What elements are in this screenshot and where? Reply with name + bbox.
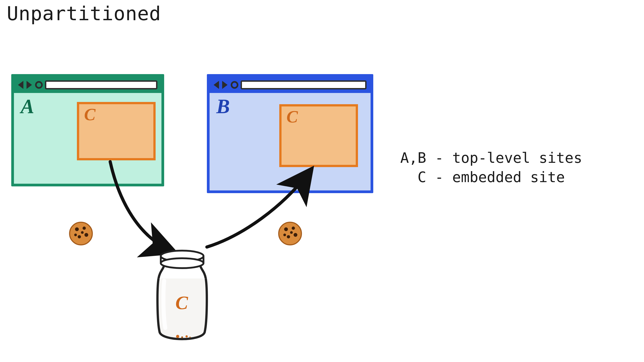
svg-point-11 <box>287 235 290 238</box>
svg-point-3 <box>84 233 88 237</box>
svg-point-17 <box>181 336 183 338</box>
svg-point-4 <box>78 235 81 238</box>
cookie-jar: C <box>151 247 214 346</box>
jar-label: C <box>176 292 188 314</box>
svg-point-13 <box>290 231 293 234</box>
svg-point-18 <box>186 335 188 338</box>
svg-point-2 <box>82 227 86 230</box>
svg-point-6 <box>81 231 84 234</box>
diagram-stage: Unpartitioned A C <box>0 0 644 362</box>
svg-point-1 <box>75 227 79 231</box>
cookie-icon <box>276 220 304 247</box>
svg-point-19 <box>189 337 191 338</box>
svg-point-9 <box>292 227 295 230</box>
svg-point-7 <box>279 222 302 245</box>
cookie-icon <box>68 220 94 247</box>
svg-point-8 <box>284 227 288 231</box>
arrow-jar-to-b <box>0 0 644 362</box>
svg-point-12 <box>283 233 286 236</box>
svg-point-15 <box>161 258 204 268</box>
svg-point-16 <box>176 335 179 338</box>
svg-point-10 <box>294 233 298 237</box>
svg-point-0 <box>70 222 92 245</box>
svg-point-5 <box>74 233 77 236</box>
